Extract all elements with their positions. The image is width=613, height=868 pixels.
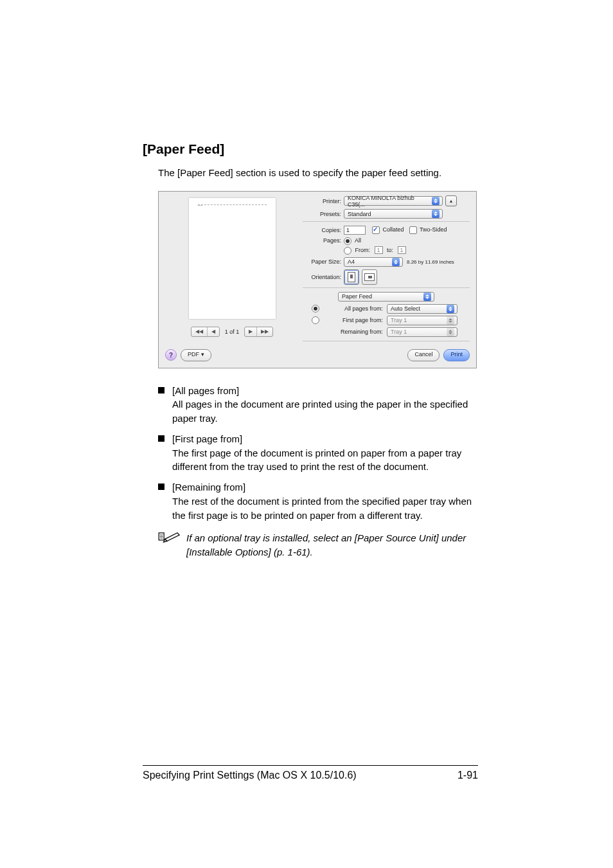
note-icon: [157, 530, 182, 545]
footer-right: 1-91: [458, 770, 478, 781]
pdf-menu[interactable]: PDF ▾: [181, 349, 211, 361]
presets-value: Standard: [348, 211, 371, 217]
pages-from-radio[interactable]: [344, 247, 351, 255]
collated-label: Collated: [383, 226, 404, 233]
remaining-value: Tray 1: [391, 329, 407, 335]
two-sided-checkbox[interactable]: [409, 226, 417, 234]
pages-to-input[interactable]: 1: [398, 246, 406, 254]
orientation-portrait[interactable]: [344, 269, 359, 285]
pages-to-label: to:: [387, 247, 393, 253]
bullet1-title: [All pages from]: [172, 385, 239, 396]
intro-text: The [Paper Feed] section is used to spec…: [158, 166, 478, 179]
footer-left: Specifying Print Settings (Mac OS X 10.5…: [143, 770, 357, 781]
help-button[interactable]: ?: [165, 349, 177, 361]
paper-size-dim: 8.26 by 11.69 inches: [407, 259, 454, 265]
all-pages-radio[interactable]: [312, 305, 319, 312]
section-value: Paper Feed: [342, 293, 372, 300]
copies-input[interactable]: 1: [344, 226, 366, 235]
pager-prev[interactable]: ◀◀◀: [191, 327, 220, 337]
cancel-button[interactable]: Cancel: [407, 349, 440, 361]
print-button[interactable]: Print: [443, 349, 470, 361]
remaining-select: Tray 1: [387, 327, 458, 337]
pager-label: 1 of 1: [225, 329, 240, 335]
collated-checkbox[interactable]: [372, 226, 380, 234]
presets-select[interactable]: Standard: [344, 209, 443, 219]
all-pages-value: Auto Select: [391, 305, 420, 312]
first-page-label: First page from:: [321, 317, 383, 323]
printer-label: Printer:: [303, 198, 341, 204]
first-page-select: Tray 1: [387, 316, 458, 325]
copies-label: Copies:: [303, 227, 341, 233]
two-sided-label: Two-Sided: [420, 226, 447, 233]
preview-paper: —: [189, 198, 276, 319]
pages-all-radio[interactable]: [344, 237, 351, 245]
bullet3-title: [Remaining from]: [172, 482, 245, 493]
pages-from-label: From:: [355, 247, 371, 253]
note-text: If an optional tray is installed, select…: [186, 531, 478, 559]
first-page-value: Tray 1: [391, 317, 407, 323]
remaining-label: Remaining from:: [321, 329, 383, 335]
orientation-label: Orientation:: [303, 274, 341, 280]
bullet3-text: The rest of the document is printed from…: [172, 496, 472, 521]
printer-value: KONICA MINOLTA bizhub C35(...: [348, 195, 432, 208]
pages-from-input[interactable]: 1: [375, 246, 383, 254]
section-select[interactable]: Paper Feed: [338, 292, 434, 302]
paper-size-select[interactable]: A4: [344, 257, 403, 267]
bullet1-text: All pages in the document are printed us…: [172, 399, 468, 424]
bullet2-title: [First page from]: [172, 433, 242, 444]
paper-size-value: A4: [348, 258, 355, 265]
first-page-radio[interactable]: [312, 316, 319, 324]
print-dialog: — ◀◀◀ 1 of 1 ▶▶▶ Printer: KONICA MINOLTA…: [158, 191, 477, 368]
printer-select[interactable]: KONICA MINOLTA bizhub C35(...: [344, 196, 443, 206]
pager-next[interactable]: ▶▶▶: [244, 327, 273, 337]
paper-size-label: Paper Size:: [303, 258, 341, 265]
pages-label: Pages:: [303, 237, 341, 244]
orientation-landscape[interactable]: [362, 269, 377, 285]
presets-label: Presets:: [303, 211, 341, 217]
bullet2-text: The first page of the document is printe…: [172, 448, 461, 473]
all-pages-label: All pages from:: [321, 305, 383, 312]
page-heading: [Paper Feed]: [143, 141, 478, 157]
pages-all-label: All: [355, 237, 361, 244]
printer-collapse-button[interactable]: [445, 195, 457, 206]
all-pages-select[interactable]: Auto Select: [387, 304, 458, 314]
